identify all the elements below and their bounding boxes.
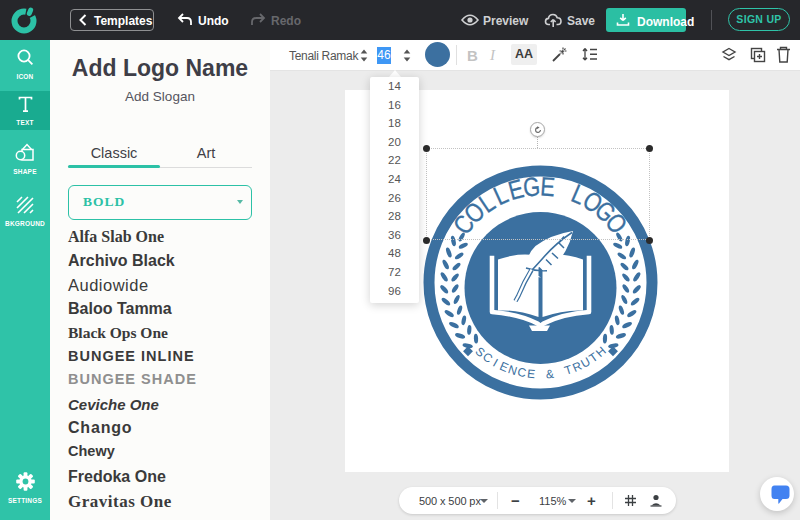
svg-text:&: & — [545, 367, 554, 382]
svg-text:E: E — [526, 367, 535, 382]
